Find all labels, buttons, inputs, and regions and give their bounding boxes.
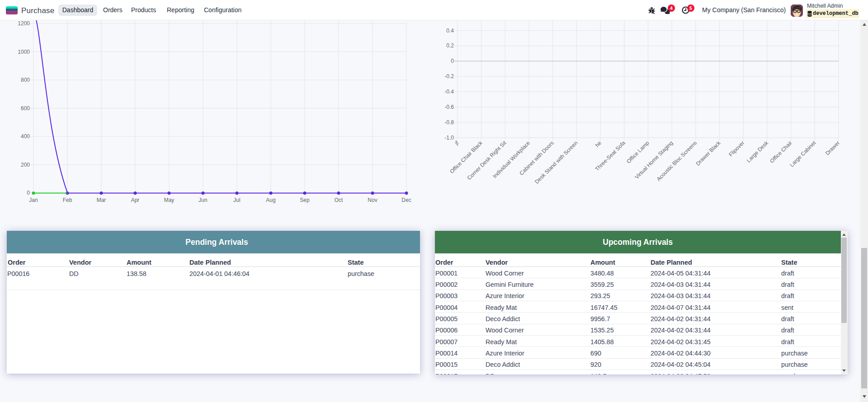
svg-text:Oct: Oct xyxy=(335,197,343,203)
svg-text:Aug: Aug xyxy=(266,197,275,203)
svg-text:200: 200 xyxy=(21,162,30,168)
svg-text:-0.6: -0.6 xyxy=(444,104,454,110)
svg-text:400: 400 xyxy=(21,133,30,140)
svg-text:-0.4: -0.4 xyxy=(444,89,454,95)
svg-text:800: 800 xyxy=(21,77,30,83)
svg-text:May: May xyxy=(164,197,175,203)
svg-text:Desk Stand with Screen: Desk Stand with Screen xyxy=(533,140,579,185)
svg-text:Office Chair: Office Chair xyxy=(769,140,793,164)
svg-text:Drawer Black: Drawer Black xyxy=(694,140,722,167)
svg-text:-1.0: -1.0 xyxy=(444,135,454,141)
svg-text:Sep: Sep xyxy=(300,197,310,203)
svg-text:0: 0 xyxy=(27,190,30,196)
svg-text:Large Desk: Large Desk xyxy=(745,140,770,164)
svg-text:Acoustic Bloc Screens: Acoustic Bloc Screens xyxy=(656,140,698,182)
svg-text:Dec: Dec xyxy=(401,197,411,203)
svg-text:Office Lamp: Office Lamp xyxy=(625,140,651,165)
svg-text:-0.2: -0.2 xyxy=(444,73,454,79)
svg-text:-0.8: -0.8 xyxy=(444,119,454,126)
svg-text:0.2: 0.2 xyxy=(446,42,454,49)
svg-text:0.4: 0.4 xyxy=(446,28,454,34)
svg-text:Flipover: Flipover xyxy=(727,140,745,158)
svg-text:Jan: Jan xyxy=(29,197,38,203)
svg-text:Mar: Mar xyxy=(97,197,106,203)
svg-text:Drawer: Drawer xyxy=(824,140,841,156)
svg-text:he: he xyxy=(594,140,603,149)
svg-text:Nov: Nov xyxy=(368,197,377,203)
svg-text:Corner Desk Right Sit: Corner Desk Right Sit xyxy=(466,140,508,181)
svg-text:600: 600 xyxy=(21,105,30,112)
svg-text:jf: jf xyxy=(453,140,460,146)
svg-text:Apr: Apr xyxy=(131,197,140,203)
svg-text:1200: 1200 xyxy=(18,20,30,27)
svg-text:0: 0 xyxy=(451,58,454,64)
svg-text:Feb: Feb xyxy=(63,197,72,203)
svg-text:Jun: Jun xyxy=(198,197,207,203)
svg-text:Jul: Jul xyxy=(233,197,240,203)
svg-text:1000: 1000 xyxy=(18,49,30,55)
